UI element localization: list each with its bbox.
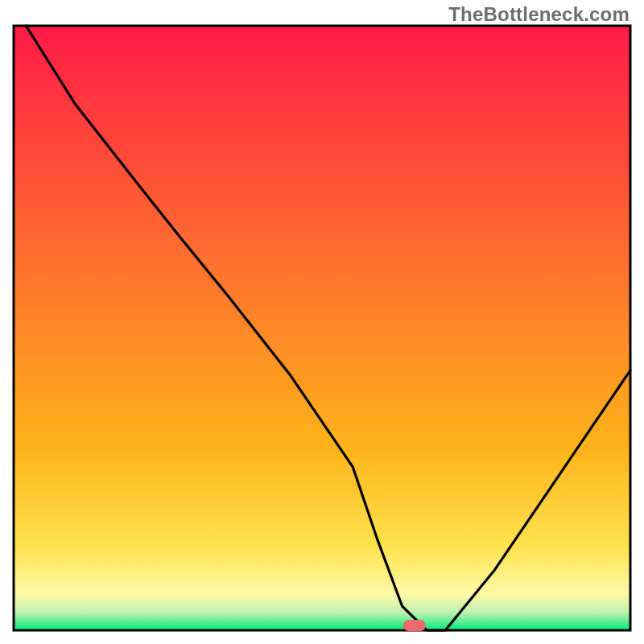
gradient-background: [14, 26, 630, 630]
chart-container: TheBottleneck.com: [0, 0, 644, 644]
watermark-text: TheBottleneck.com: [448, 3, 630, 26]
optimal-point-marker: [403, 620, 426, 631]
bottleneck-chart: [0, 0, 644, 644]
